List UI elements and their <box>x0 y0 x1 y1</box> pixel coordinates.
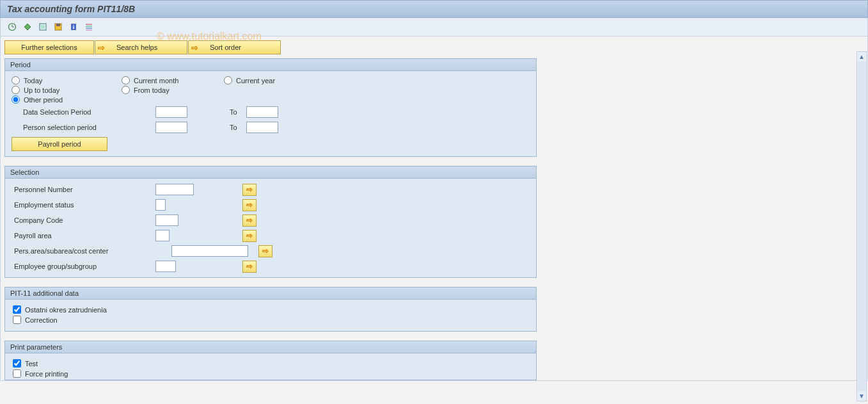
svg-rect-5 <box>41 25 45 29</box>
pers-area-label: Pers.area/subarea/cost center <box>12 247 171 255</box>
search-helps-label: Search helps <box>116 44 157 51</box>
radio-from-today-label: From today <box>134 86 170 94</box>
company-code-input[interactable] <box>155 214 178 226</box>
group-print: Print parameters Test Force printing <box>4 341 537 380</box>
title-text: Tax accounting form PIT11/8B <box>7 4 135 14</box>
employment-status-input[interactable] <box>155 199 166 211</box>
radio-current-month-label: Current month <box>134 77 178 85</box>
personnel-multiselect-button[interactable]: ⇨ <box>242 184 256 196</box>
app-toolbar: i <box>0 18 868 36</box>
radio-up-to-today[interactable]: Up to today <box>12 86 122 94</box>
checkbox-correction[interactable]: Correction <box>13 316 530 324</box>
get-variant-icon[interactable] <box>36 20 49 33</box>
pers-area-input[interactable] <box>171 245 248 257</box>
info-icon[interactable]: i <box>67 20 80 33</box>
main-content: Further selections ⇨Search helps ⇨Sort o… <box>1 36 541 380</box>
checkbox-ostatni[interactable]: Ostatni okres zatrudnienia <box>13 305 530 314</box>
force-printing-label: Force printing <box>25 370 68 378</box>
radio-today-label: Today <box>24 77 42 85</box>
payroll-area-multiselect-button[interactable]: ⇨ <box>242 230 256 242</box>
test-label: Test <box>25 360 38 368</box>
payroll-period-label: Payroll period <box>38 140 81 148</box>
further-selections-label: Further selections <box>21 44 77 51</box>
further-selections-button[interactable]: Further selections <box>4 40 94 54</box>
employee-group-input[interactable] <box>155 261 176 272</box>
scroll-track[interactable] <box>857 61 866 381</box>
employee-group-label: Employee group/subgroup <box>12 263 155 270</box>
group-period-title: Period <box>5 59 536 71</box>
arrow-right-icon: ⇨ <box>191 43 198 53</box>
data-selection-to-input[interactable] <box>246 106 278 118</box>
data-selection-from-input[interactable] <box>155 106 187 118</box>
list-icon[interactable] <box>83 20 95 33</box>
group-pit11: PIT-11 additional data Ostatni okres zat… <box>4 287 537 332</box>
group-pit11-title: PIT-11 additional data <box>5 287 536 300</box>
svg-rect-7 <box>56 24 60 26</box>
person-selection-label: Person selection period <box>12 124 155 131</box>
sort-order-button[interactable]: ⇨Sort order <box>188 40 281 54</box>
save-icon[interactable] <box>52 20 65 33</box>
search-helps-button[interactable]: ⇨Search helps <box>95 40 187 54</box>
vertical-scrollbar[interactable]: ▲ ▼ <box>856 51 867 381</box>
scroll-up-icon[interactable]: ▲ <box>858 52 865 61</box>
radio-other-period[interactable]: Other period <box>12 95 122 104</box>
svg-marker-3 <box>24 24 31 30</box>
company-code-label: Company Code <box>12 216 155 224</box>
radio-up-to-today-label: Up to today <box>24 86 59 94</box>
variant-icon[interactable] <box>21 20 34 33</box>
employee-group-multiselect-button[interactable]: ⇨ <box>242 261 256 273</box>
company-code-multiselect-button[interactable]: ⇨ <box>242 214 256 227</box>
selection-buttons: Further selections ⇨Search helps ⇨Sort o… <box>4 40 537 54</box>
to-label-2: To <box>230 124 246 131</box>
radio-today[interactable]: Today <box>12 76 122 85</box>
pers-area-multiselect-button[interactable]: ⇨ <box>258 245 272 257</box>
correction-label: Correction <box>25 316 58 324</box>
person-selection-to-input[interactable] <box>246 122 278 133</box>
radio-current-year[interactable]: Current year <box>224 76 339 85</box>
ostatni-label: Ostatni okres zatrudnienia <box>25 306 107 314</box>
radio-from-today[interactable]: From today <box>122 86 224 94</box>
page-title: Tax accounting form PIT11/8B <box>0 0 868 18</box>
group-selection: Selection Personnel Number ⇨ Employment … <box>4 166 537 278</box>
radio-other-period-label: Other period <box>24 96 63 104</box>
checkbox-test[interactable]: Test <box>13 359 530 368</box>
data-selection-label: Data Selection Period <box>12 108 155 116</box>
arrow-right-icon: ⇨ <box>98 43 105 53</box>
group-period: Period Today Current month Current year … <box>4 58 537 157</box>
radio-current-month[interactable]: Current month <box>122 76 224 85</box>
payroll-period-button[interactable]: Payroll period <box>12 137 107 151</box>
radio-current-year-label: Current year <box>236 77 275 85</box>
person-selection-from-input[interactable] <box>155 122 187 133</box>
payroll-area-input[interactable] <box>155 230 170 241</box>
group-print-title: Print parameters <box>5 341 536 353</box>
execute-icon[interactable] <box>6 20 19 33</box>
personnel-number-label: Personnel Number <box>12 186 155 193</box>
checkbox-force-printing[interactable]: Force printing <box>13 369 530 378</box>
personnel-number-input[interactable] <box>155 184 194 195</box>
employment-status-label: Employment status <box>12 201 155 209</box>
sort-order-label: Sort order <box>210 44 241 51</box>
to-label-1: To <box>230 108 246 116</box>
group-selection-title: Selection <box>5 166 536 179</box>
payroll-area-label: Payroll area <box>12 232 155 239</box>
employment-status-multiselect-button[interactable]: ⇨ <box>242 199 256 211</box>
